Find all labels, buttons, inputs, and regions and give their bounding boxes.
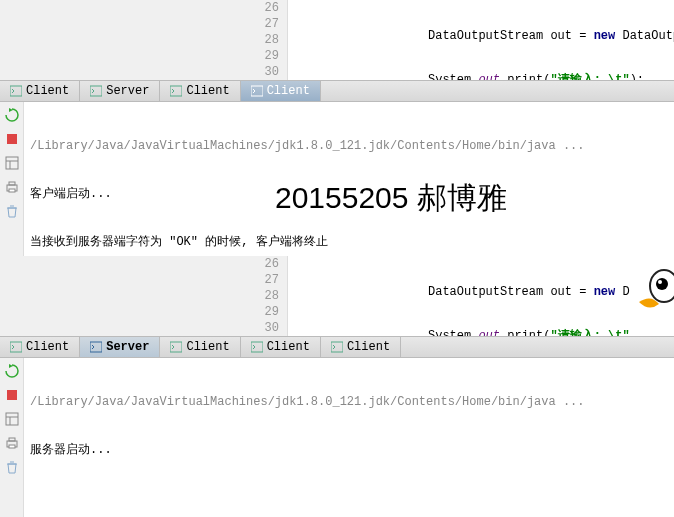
console-panel-bottom: /Library/Java/JavaVirtualMachines/jdk1.8…: [0, 358, 674, 517]
tab-label: Client: [186, 84, 229, 98]
stop-icon[interactable]: [5, 132, 19, 146]
tab-server-active[interactable]: Server: [80, 337, 160, 357]
console-toolbar: [0, 102, 24, 256]
java-path: /Library/Java/JavaVirtualMachines/jdk1.8…: [30, 138, 668, 154]
console-panel-top: /Library/Java/JavaVirtualMachines/jdk1.8…: [0, 102, 674, 256]
svg-rect-0: [10, 86, 22, 96]
terminal-icon: [170, 85, 182, 97]
print-icon[interactable]: [5, 180, 19, 194]
terminal-icon: [10, 341, 22, 353]
svg-rect-23: [6, 413, 18, 425]
code-line: DataOutputStream out = new DataOutp: [428, 28, 674, 44]
java-path: /Library/Java/JavaVirtualMachines/jdk1.8…: [30, 394, 668, 410]
tab-client[interactable]: Client: [321, 337, 401, 357]
tab-client[interactable]: Client: [241, 337, 321, 357]
tab-client[interactable]: Client: [0, 81, 80, 101]
terminal-icon: [90, 341, 102, 353]
svg-rect-21: [331, 342, 343, 352]
tab-label: Client: [26, 340, 69, 354]
print-icon[interactable]: [5, 436, 19, 450]
terminal-icon: [90, 85, 102, 97]
layout-icon[interactable]: [5, 156, 19, 170]
tab-label: Client: [267, 340, 310, 354]
output-line: 当接收到服务器端字符为 "OK" 的时候, 客户端将终止: [30, 234, 668, 250]
tab-label: Client: [347, 340, 390, 354]
svg-rect-20: [251, 342, 263, 352]
terminal-icon: [170, 341, 182, 353]
terminal-icon: [251, 341, 263, 353]
layout-icon[interactable]: [5, 412, 19, 426]
tab-client[interactable]: Client: [160, 81, 240, 101]
svg-rect-19: [170, 342, 182, 352]
console-output[interactable]: /Library/Java/JavaVirtualMachines/jdk1.8…: [24, 102, 674, 256]
svg-rect-18: [90, 342, 102, 352]
console-output[interactable]: /Library/Java/JavaVirtualMachines/jdk1.8…: [24, 358, 674, 517]
tab-label: Client: [26, 84, 69, 98]
svg-point-15: [656, 278, 668, 290]
tab-label: Client: [267, 84, 310, 98]
svg-rect-1: [90, 86, 102, 96]
tab-client[interactable]: Client: [0, 337, 80, 357]
svg-rect-4: [7, 134, 17, 144]
rerun-icon[interactable]: [5, 108, 19, 122]
svg-rect-3: [251, 86, 263, 96]
trash-icon[interactable]: [5, 460, 19, 474]
svg-rect-5: [6, 157, 18, 169]
svg-rect-27: [9, 438, 15, 441]
tab-label: Client: [186, 340, 229, 354]
svg-rect-10: [9, 189, 15, 192]
console-toolbar: [0, 358, 24, 517]
svg-rect-17: [10, 342, 22, 352]
terminal-icon: [251, 85, 263, 97]
svg-point-16: [658, 280, 662, 284]
svg-rect-2: [170, 86, 182, 96]
desktop-background-fragment: [629, 256, 674, 336]
output-line: 服务器启动...: [30, 442, 668, 458]
run-tabbar-top: Client Server Client Client: [0, 80, 674, 102]
svg-rect-28: [9, 445, 15, 448]
tab-client-active[interactable]: Client: [241, 81, 321, 101]
tab-server[interactable]: Server: [80, 81, 160, 101]
terminal-icon: [331, 341, 343, 353]
stop-icon[interactable]: [5, 388, 19, 402]
trash-icon[interactable]: [5, 204, 19, 218]
tab-client[interactable]: Client: [160, 337, 240, 357]
tab-label: Server: [106, 340, 149, 354]
run-tabbar-bottom: Client Server Client Client Client: [0, 336, 674, 358]
output-line: 客户端启动...: [30, 186, 668, 202]
rerun-icon[interactable]: [5, 364, 19, 378]
svg-rect-9: [9, 182, 15, 185]
tab-label: Server: [106, 84, 149, 98]
svg-rect-22: [7, 390, 17, 400]
terminal-icon: [10, 85, 22, 97]
